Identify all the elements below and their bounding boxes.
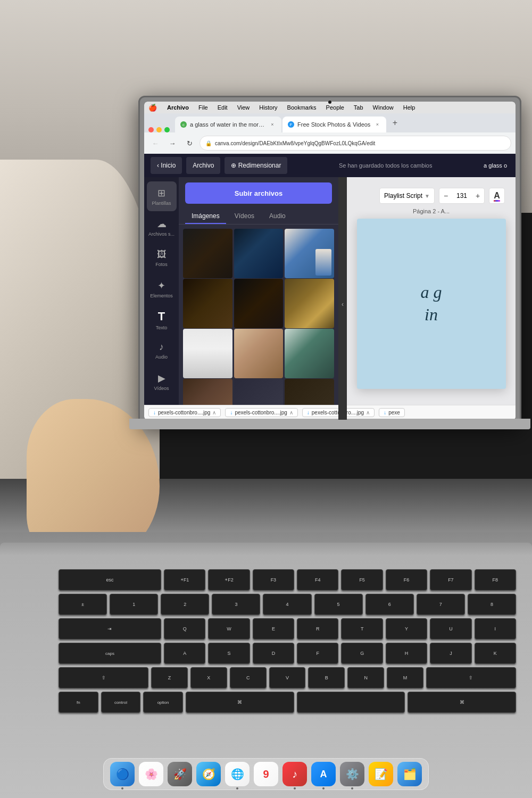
key-f2[interactable]: ☀F2 <box>208 569 250 591</box>
key-y[interactable]: Y <box>386 618 427 639</box>
download-item-2[interactable]: ↓ pexels-cottonbro....jpg ∧ <box>225 408 297 417</box>
dock-icon-calendar[interactable]: 9 <box>254 762 278 786</box>
menu-bookmarks[interactable]: Bookmarks <box>286 104 318 111</box>
image-cell-8[interactable] <box>234 329 284 378</box>
menu-help[interactable]: Help <box>402 104 417 111</box>
menu-view[interactable]: View <box>236 104 252 111</box>
upload-button[interactable]: Subir archivos <box>185 182 332 204</box>
key-command-left[interactable]: ⌘ <box>186 692 294 713</box>
key-f5[interactable]: F5 <box>341 569 383 591</box>
close-dot[interactable] <box>148 127 154 132</box>
tab2-close[interactable]: × <box>373 121 381 128</box>
tab-audio[interactable]: Audio <box>263 209 292 224</box>
key-n[interactable]: N <box>347 667 384 688</box>
maximize-dot[interactable] <box>164 127 170 132</box>
key-i[interactable]: I <box>475 618 516 639</box>
key-t[interactable]: T <box>341 618 383 639</box>
key-8[interactable]: 8 <box>468 594 516 615</box>
key-1[interactable]: 1 <box>110 594 158 615</box>
key-u[interactable]: U <box>430 618 471 639</box>
key-f4[interactable]: F4 <box>297 569 338 591</box>
key-f3[interactable]: F3 <box>253 569 294 591</box>
font-color-button[interactable]: A <box>489 188 505 204</box>
key-f[interactable]: F <box>297 643 338 664</box>
reload-button[interactable]: ↻ <box>182 136 196 150</box>
key-k[interactable]: K <box>475 643 516 664</box>
image-cell-5[interactable] <box>234 279 284 328</box>
canva-archivo-button[interactable]: Archivo <box>186 157 220 174</box>
dock-icon-notes[interactable]: 📝 <box>369 762 393 786</box>
key-v[interactable]: V <box>269 667 306 688</box>
key-tilde[interactable]: ± <box>59 594 107 615</box>
font-selector[interactable]: Playlist Script ▼ <box>379 188 435 204</box>
key-space[interactable] <box>297 692 405 713</box>
dock-icon-chrome[interactable]: 🌐 <box>225 762 250 786</box>
address-bar[interactable]: 🔒 canva.com/design/DAEbKtIxMw8/vpeYglqQg… <box>200 136 511 151</box>
dock-icon-appstore[interactable]: A <box>311 762 336 786</box>
minimize-dot[interactable] <box>156 127 162 132</box>
key-r[interactable]: R <box>297 618 338 639</box>
key-f1[interactable]: ☀F1 <box>164 569 205 591</box>
sidebar-item-audio[interactable]: ♪ Audio <box>147 336 177 365</box>
image-cell-4[interactable] <box>183 279 232 328</box>
sidebar-item-videos[interactable]: ▶ Vídeos <box>147 367 177 396</box>
canva-redimensionar-button[interactable]: ⊕ Redimensionar <box>225 157 287 174</box>
sidebar-item-elementos[interactable]: ✦ Elementos <box>147 274 177 304</box>
dock-icon-finder2[interactable]: 🗂️ <box>397 762 422 786</box>
key-w[interactable]: W <box>208 618 250 639</box>
dock-icon-photos[interactable]: 🌸 <box>139 762 163 786</box>
new-tab-button[interactable]: + <box>387 115 402 130</box>
tab-videos[interactable]: Vídeos <box>228 209 261 224</box>
key-c[interactable]: C <box>230 667 267 688</box>
key-shift-left[interactable]: ⇧ <box>59 667 148 688</box>
key-s[interactable]: S <box>208 643 250 664</box>
key-a[interactable]: A <box>164 643 205 664</box>
sidebar-item-texto[interactable]: T Texto <box>147 305 177 335</box>
key-z[interactable]: Z <box>151 667 188 688</box>
dock-icon-launchpad[interactable]: 🚀 <box>168 762 192 786</box>
image-cell-1[interactable] <box>183 229 232 278</box>
key-d[interactable]: D <box>253 643 294 664</box>
font-size-minus-button[interactable]: − <box>439 188 452 204</box>
menu-window[interactable]: Window <box>371 104 395 111</box>
key-m[interactable]: M <box>387 667 423 688</box>
key-e[interactable]: E <box>253 618 294 639</box>
font-size-value[interactable]: 131 <box>454 192 469 200</box>
back-button[interactable]: ← <box>148 136 162 150</box>
apple-icon[interactable]: 🍎 <box>148 104 157 112</box>
key-shift-right[interactable]: ⇧ <box>426 667 516 688</box>
canvas-page[interactable]: a g in <box>357 219 506 389</box>
dock-icon-safari[interactable]: 🧭 <box>196 762 221 786</box>
key-command-right[interactable]: ⌘ <box>408 692 516 713</box>
tab1-close[interactable]: × <box>269 121 276 128</box>
font-size-plus-button[interactable]: + <box>471 188 484 204</box>
key-f7[interactable]: F7 <box>430 569 471 591</box>
key-f8[interactable]: F8 <box>475 569 516 591</box>
key-6[interactable]: 6 <box>365 594 414 615</box>
image-cell-3[interactable] <box>285 229 334 278</box>
tab-imagenes[interactable]: Imágenes <box>185 209 226 224</box>
menu-file[interactable]: File <box>197 104 210 111</box>
download-item-1[interactable]: ↓ pexels-cottonbro....jpg ∧ <box>148 408 221 417</box>
key-fn[interactable]: fn <box>59 692 98 713</box>
key-q[interactable]: Q <box>164 618 205 639</box>
download-expand-1[interactable]: ∧ <box>212 410 216 415</box>
key-3[interactable]: 3 <box>212 594 260 615</box>
image-cell-2[interactable] <box>234 229 284 278</box>
menu-edit[interactable]: Edit <box>216 104 229 111</box>
chrome-tab-2[interactable]: F Free Stock Photos & Videos × <box>282 117 386 132</box>
key-x[interactable]: X <box>190 667 227 688</box>
menu-chrome[interactable]: Archivo <box>165 104 190 111</box>
sidebar-item-plantillas[interactable]: ⊞ Plantillas <box>147 181 177 211</box>
key-2[interactable]: 2 <box>161 594 209 615</box>
key-h[interactable]: H <box>386 643 427 664</box>
dock-icon-music[interactable]: ♪ <box>282 762 307 786</box>
download-expand-2[interactable]: ∧ <box>289 410 293 415</box>
key-g[interactable]: G <box>341 643 383 664</box>
sidebar-item-fotos[interactable]: 🖼 Fotos <box>147 243 177 273</box>
key-ctrl[interactable]: control <box>101 692 141 713</box>
key-b[interactable]: B <box>308 667 345 688</box>
dock-icon-settings[interactable]: ⚙️ <box>340 762 364 786</box>
image-cell-7[interactable] <box>183 329 232 378</box>
key-caps[interactable]: caps <box>59 643 161 664</box>
